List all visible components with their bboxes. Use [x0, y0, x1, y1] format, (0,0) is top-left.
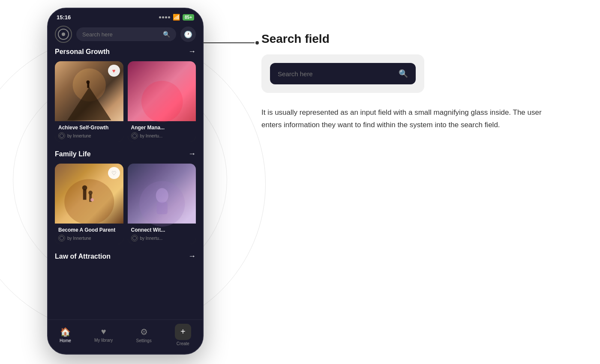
home-icon: 🏠	[60, 327, 71, 337]
anger-image-overlay	[128, 61, 196, 142]
wifi-icon: 📶	[173, 14, 180, 21]
bottom-nav: 🏠 Home ♥ My library ⚙ Settings + Create	[48, 319, 203, 354]
nav-create[interactable]: + Create	[175, 324, 191, 346]
right-content: Search field 🔍 It is usually represented…	[261, 9, 587, 131]
search-bar[interactable]: 🔍	[76, 27, 176, 41]
card-achieve-heart[interactable]: ♥	[108, 65, 120, 77]
svg-rect-13	[156, 202, 167, 214]
search-preview-card: 🔍	[261, 54, 424, 93]
section-personal-growth-title: Personal Growth	[55, 48, 110, 56]
app-logo	[55, 26, 72, 43]
settings-icon: ⚙	[140, 327, 148, 337]
card-achieve-self-growth[interactable]: ♥ Achieve Self-Growth by Innertune	[55, 61, 123, 142]
svg-point-10	[90, 198, 94, 202]
status-time: 15:16	[57, 14, 71, 21]
annotation-description: It is usually represented as an input fi…	[261, 107, 544, 131]
nav-library[interactable]: ♥ My library	[94, 327, 113, 343]
svg-rect-6	[83, 189, 87, 200]
search-icon[interactable]: 🔍	[163, 31, 170, 38]
card-achieve-title: Achieve Self-Growth	[58, 125, 120, 131]
card-anger-image	[128, 61, 196, 121]
section-law-header: Law of Attraction →	[55, 252, 196, 261]
nav-home[interactable]: 🏠 Home	[60, 327, 71, 343]
connect-image-overlay	[128, 164, 196, 244]
nav-create-label: Create	[177, 341, 189, 346]
family-life-cards: ♡ Become A Good Parent by Innertune	[55, 164, 196, 244]
annotation-connector	[203, 41, 259, 45]
phone-content: Personal Growth →	[48, 47, 203, 324]
create-icon: +	[175, 324, 191, 340]
clock-button[interactable]: 🕐	[180, 27, 196, 42]
card-parent-author: by Innertune	[58, 235, 120, 242]
card-connect-with[interactable]: Connect Wit... by Innertu...	[128, 164, 196, 244]
section-personal-growth-header: Personal Growth →	[55, 47, 196, 56]
card-parent-info: Become A Good Parent by Innertune	[55, 224, 123, 244]
svg-marker-1	[67, 87, 111, 120]
nav-settings[interactable]: ⚙ Settings	[136, 327, 152, 343]
card-connect-image	[128, 164, 196, 224]
personal-growth-arrow[interactable]: →	[188, 47, 196, 56]
annotation-line	[203, 42, 255, 43]
card-parent-heart[interactable]: ♡	[108, 167, 120, 179]
phone-mockup: 15:16 📶 85+ 🔍 🕐 Personal Growth →	[47, 8, 204, 355]
search-preview-icon[interactable]: 🔍	[399, 69, 408, 78]
card-anger-management[interactable]: Anger Mana... by Innertu...	[128, 61, 196, 142]
signal-icon	[159, 16, 170, 18]
svg-point-7	[82, 185, 87, 191]
law-arrow[interactable]: →	[188, 252, 196, 261]
card-parent-title: Become A Good Parent	[58, 227, 120, 233]
svg-point-12	[156, 188, 168, 203]
search-field-label: Search field	[261, 32, 587, 46]
card-achieve-info: Achieve Self-Growth by Innertune	[55, 121, 123, 142]
personal-growth-cards: ♥ Achieve Self-Growth by Innertune	[55, 61, 196, 142]
author-logo-parent	[58, 235, 65, 242]
card-become-good-parent[interactable]: ♡ Become A Good Parent by Innertune	[55, 164, 123, 244]
annotation-dot	[255, 41, 259, 45]
status-icons: 📶 85+	[159, 14, 194, 21]
status-bar: 15:16 📶 85+	[48, 9, 203, 23]
search-preview-inner[interactable]: 🔍	[270, 63, 416, 84]
svg-point-3	[86, 81, 90, 84]
search-preview-input[interactable]	[278, 70, 393, 78]
battery-badge: 85+	[183, 14, 194, 21]
section-family-life-header: Family Life →	[55, 149, 196, 158]
search-input[interactable]	[82, 31, 159, 38]
phone-header: 🔍 🕐	[48, 23, 203, 47]
svg-point-4	[141, 81, 183, 122]
card-achieve-author: by Innertune	[58, 132, 120, 139]
library-icon: ♥	[101, 327, 106, 337]
section-family-life-title: Family Life	[55, 150, 91, 158]
family-life-arrow[interactable]: →	[188, 149, 196, 158]
nav-settings-label: Settings	[136, 338, 152, 343]
nav-library-label: My library	[94, 338, 113, 343]
nav-home-label: Home	[60, 338, 71, 343]
author-logo-achieve	[58, 132, 65, 139]
svg-point-9	[88, 191, 93, 195]
section-law-title: Law of Attraction	[55, 253, 111, 260]
